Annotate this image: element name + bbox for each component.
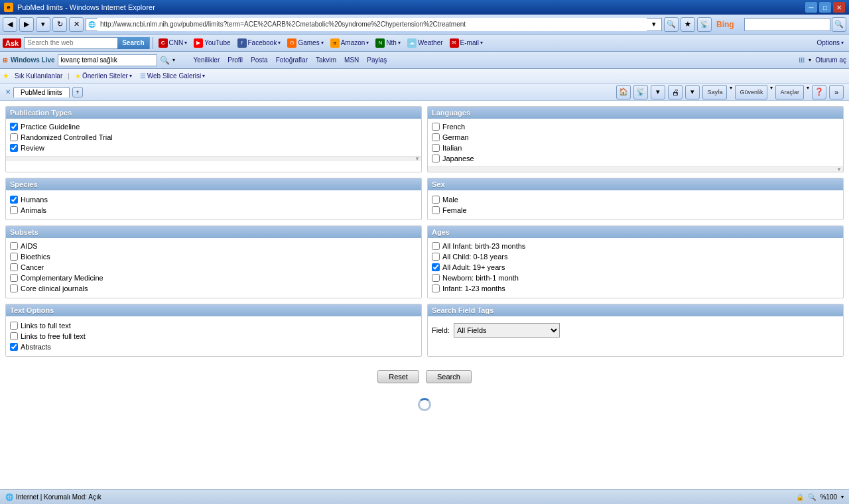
minimize-button[interactable]: ─ (805, 2, 817, 13)
pub-review-checkbox[interactable] (10, 144, 18, 152)
rss-feed-icon[interactable]: 📡 (633, 85, 648, 99)
search-button[interactable]: Search (426, 370, 472, 383)
facebook-dropdown[interactable]: ▾ (278, 40, 281, 46)
home-icon[interactable]: 🏠 (616, 85, 631, 99)
guvenlik-button[interactable]: Güvenlik (735, 85, 767, 99)
back-button[interactable]: ◀ (3, 17, 17, 32)
rss-dropdown[interactable]: ▾ (651, 85, 665, 99)
toolbar-facebook[interactable]: f Facebook ▾ (235, 38, 284, 48)
help-icon[interactable]: ❓ (812, 85, 826, 99)
pub-randomized-checkbox[interactable] (10, 133, 18, 141)
wl-profil[interactable]: Profil (225, 55, 245, 65)
subset-core-clinical-checkbox[interactable] (10, 284, 18, 292)
zoom-dropdown[interactable]: ▾ (841, 494, 844, 500)
text-links-full-checkbox[interactable] (10, 322, 18, 330)
lang-german-checkbox[interactable] (432, 133, 440, 141)
onerilen-dropdown[interactable]: ▾ (129, 73, 132, 79)
subset-cancer-checkbox[interactable] (10, 263, 18, 271)
toolbar-nth[interactable]: N Nth ▾ (373, 38, 403, 48)
subset-bioethics-checkbox[interactable] (10, 253, 18, 261)
cnn-dropdown[interactable]: ▾ (184, 40, 187, 46)
search-web-button[interactable]: Search (117, 37, 149, 49)
pubmed-limits-tab[interactable]: PubMed limits (13, 87, 70, 97)
sayfa-dropdown[interactable]: ▾ (730, 85, 732, 99)
lang-italian-checkbox[interactable] (432, 144, 440, 152)
print-icon[interactable]: 🖨 (668, 85, 683, 99)
age-all-adult-checkbox[interactable] (432, 263, 440, 271)
sex-female-checkbox[interactable] (432, 206, 440, 214)
expand-icon[interactable]: » (829, 85, 844, 99)
lang-japanese-checkbox[interactable] (432, 155, 440, 162)
amazon-dropdown[interactable]: ▾ (366, 40, 369, 46)
lang-french-checkbox[interactable] (432, 123, 440, 131)
wl-search-icon[interactable]: 🔍 (160, 56, 170, 65)
fav-web-slice[interactable]: ☰ Web Slice Galerisi ▾ (137, 72, 208, 80)
toolbar-cnn[interactable]: C CNN ▾ (156, 38, 190, 48)
wl-posta[interactable]: Posta (248, 55, 271, 65)
bing-logo: Bing (716, 20, 743, 29)
options-button[interactable]: Options ▾ (815, 38, 846, 47)
favorites-icon[interactable]: ★ (681, 17, 695, 32)
search-web-input[interactable] (25, 38, 117, 48)
pub-practice-guideline-checkbox[interactable] (10, 123, 18, 131)
fav-sik-kullanilanlar[interactable]: Sık Kullanılanlar (12, 72, 65, 80)
fav-onerilen[interactable]: ★ Önerilen Siteler ▾ (72, 72, 135, 80)
toolbar-email[interactable]: ✉ E-mail ▾ (447, 38, 486, 48)
back-small-button[interactable]: ✕ (5, 88, 11, 95)
forward-button[interactable]: ▶ (19, 17, 34, 32)
nav-area: ✕ PubMed limits + 🏠 📡 ▾ 🖨 ▾ Sayfa ▾ Güve… (0, 84, 849, 101)
reset-button[interactable]: Reset (377, 370, 419, 383)
new-tab-button[interactable]: + (72, 87, 83, 97)
toolbar-weather[interactable]: ☁ Weather (405, 38, 446, 48)
subset-complementary-checkbox[interactable] (10, 274, 18, 282)
search-icon[interactable]: 🔍 (664, 17, 679, 32)
rss-icon[interactable]: 📡 (697, 17, 712, 32)
pub-scrollbar[interactable]: ▼ (6, 156, 421, 161)
wl-takvim[interactable]: Takvim (313, 55, 339, 65)
wl-dropdown[interactable]: ▾ (172, 57, 175, 63)
options-dropdown[interactable]: ▾ (841, 40, 844, 46)
print-dropdown[interactable]: ▾ (685, 85, 700, 99)
age-all-child-checkbox[interactable] (432, 253, 440, 261)
wl-right-dropdown[interactable]: ▾ (809, 57, 811, 63)
stop-button[interactable]: ✕ (69, 17, 84, 32)
nth-dropdown[interactable]: ▾ (398, 40, 401, 46)
wl-paylas[interactable]: Paylaş (364, 55, 389, 65)
address-dropdown-button[interactable]: ▾ (647, 17, 661, 32)
age-all-infant-checkbox[interactable] (432, 242, 440, 250)
refresh-button[interactable]: ↻ (52, 17, 67, 32)
guvenlik-dropdown[interactable]: ▾ (770, 85, 773, 99)
address-input[interactable] (98, 18, 647, 31)
toolbar-amazon[interactable]: a Amazon ▾ (328, 38, 372, 48)
oturum-ac-label[interactable]: Oturum aç (815, 56, 846, 64)
sayfa-button[interactable]: Sayfa (702, 85, 727, 99)
text-links-free-checkbox[interactable] (10, 332, 18, 340)
wl-fotograflar[interactable]: Fotoğraflar (273, 55, 310, 65)
weather-icon: ☁ (407, 38, 417, 48)
bing-search-input[interactable] (744, 18, 830, 31)
webslice-dropdown[interactable]: ▾ (202, 73, 205, 79)
text-abstracts-checkbox[interactable] (10, 343, 18, 351)
wl-grid-icon[interactable]: ⊞ (799, 56, 805, 64)
field-select[interactable]: All Fields Title Abstract Author MeSH Te… (454, 323, 560, 338)
sex-male-checkbox[interactable] (432, 196, 440, 204)
windows-live-search-input[interactable] (58, 54, 157, 66)
wl-msn[interactable]: MSN (342, 55, 361, 65)
maximize-button[interactable]: □ (819, 2, 831, 13)
species-humans-checkbox[interactable] (10, 196, 18, 204)
subset-aids-checkbox[interactable] (10, 242, 18, 250)
dropdown-button[interactable]: ▾ (36, 17, 50, 32)
araclar-dropdown[interactable]: ▾ (807, 85, 809, 99)
toolbar-youtube[interactable]: ▶ YouTube (191, 38, 233, 48)
araclar-button[interactable]: Araçlar (775, 85, 804, 99)
age-newborn-checkbox[interactable] (432, 274, 440, 282)
lang-scrollbar[interactable]: ▼ (428, 166, 843, 172)
age-infant-checkbox[interactable] (432, 284, 440, 292)
close-button[interactable]: ✕ (833, 2, 845, 13)
games-dropdown[interactable]: ▾ (321, 40, 324, 46)
bing-search-button[interactable]: 🔍 (832, 17, 846, 32)
wl-yenilikler[interactable]: Yenilikler (191, 55, 223, 65)
email-dropdown[interactable]: ▾ (480, 40, 483, 46)
toolbar-games[interactable]: G Games ▾ (285, 38, 326, 48)
species-animals-checkbox[interactable] (10, 206, 18, 214)
